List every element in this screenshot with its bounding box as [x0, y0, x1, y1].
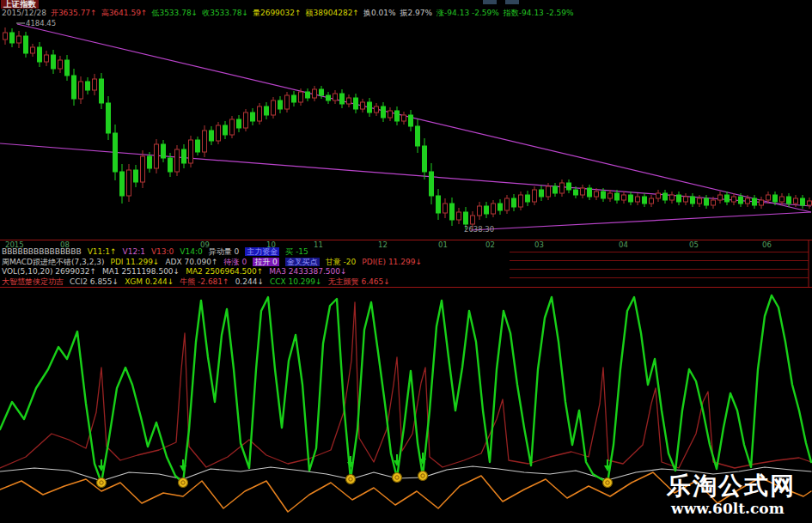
indicator-token: V12:1	[123, 247, 145, 256]
candle-body	[285, 95, 290, 109]
candle-body	[443, 204, 448, 213]
candle-body	[306, 92, 310, 98]
indicator-token: ADX 70.090↑	[165, 258, 217, 266]
candle-body	[519, 195, 523, 207]
candle-body	[567, 183, 571, 190]
candle-body	[746, 198, 750, 204]
candle-body	[327, 95, 331, 100]
candle-body	[464, 212, 468, 224]
candle-body	[608, 193, 613, 198]
candle-body	[437, 196, 441, 213]
quote-field: 振2.97%	[400, 9, 433, 17]
indicator-token: PDI 11.299↓	[111, 258, 160, 266]
indicator-token: 无主颤簧 6.465↓	[328, 277, 390, 286]
indicator-token: VOL(5,10,20) 2699032↑	[2, 267, 96, 276]
candle-body	[58, 60, 63, 69]
watermark-site-name: 乐淘公式网	[667, 473, 796, 499]
candle-body	[347, 98, 351, 104]
indicator-token: 拉升 0	[253, 258, 279, 266]
candle-body	[505, 198, 510, 210]
index-title[interactable]: 上证指数	[1, 0, 39, 9]
candle-body	[354, 98, 358, 109]
candle-body	[203, 131, 207, 152]
candle-body	[162, 144, 166, 158]
candle-body	[299, 92, 303, 102]
candle-body	[753, 198, 757, 205]
indicator-token: BBBBBBBBBBBBBBB	[2, 247, 82, 256]
candle-body	[533, 190, 537, 202]
candle-body	[801, 198, 805, 205]
candle-body	[244, 113, 248, 128]
indicator-token: 异动量 0	[209, 247, 240, 256]
candle-body	[278, 100, 283, 109]
coin-signal-icon	[97, 478, 107, 488]
axis-month-label: 06	[762, 241, 772, 249]
candle-body	[498, 204, 503, 210]
indicator-token: 0.244↓	[235, 277, 264, 286]
quote-info-bar: 2015/12/28开3635.77↑高3641.59↑低3533.78↓收35…	[2, 9, 583, 18]
buy-arrow-stem	[396, 454, 398, 460]
candle-body	[553, 186, 558, 193]
indicator-token: 牛熊 -2.681↑	[180, 277, 229, 286]
axis-month-label: 03	[534, 241, 544, 249]
indicator-row[interactable]: VOL(5,10,20) 2699032↑MA1 2511198.500↓MA2…	[2, 267, 352, 277]
axis-month-label: 01	[438, 241, 448, 249]
buy-arrow-stem	[607, 459, 608, 465]
candle-body	[684, 197, 688, 202]
candle-body	[120, 172, 125, 196]
app-window: 上证指数 2015/12/28开3635.77↑高3641.59↑低3533.7…	[0, 0, 812, 523]
trend-line	[17, 24, 811, 212]
candle-body	[478, 206, 482, 216]
indicator-token: 买 -15	[285, 247, 308, 256]
indicator-token: CCI2 6.855↓	[70, 277, 119, 286]
candle-body	[38, 47, 42, 62]
candle-body	[402, 115, 406, 121]
candle-body	[595, 192, 599, 197]
candle-body	[766, 195, 771, 200]
buy-arrow-stem	[422, 453, 424, 459]
low-price-label: 2638.30	[464, 226, 494, 234]
candle-body	[340, 94, 345, 104]
candle-body	[450, 204, 455, 220]
candle-body	[189, 140, 193, 163]
quote-field: 开3635.77↑	[51, 9, 97, 17]
candle-body	[732, 197, 736, 202]
candle-body	[760, 200, 764, 205]
axis-month-label: 05	[689, 241, 699, 249]
candle-body	[251, 113, 255, 121]
window-edge-artifact	[505, 0, 519, 4]
candle-body	[808, 201, 812, 205]
indicator-token: CCX 10.299↓	[270, 277, 322, 286]
candle-body	[210, 131, 214, 141]
candle-body	[409, 115, 413, 126]
coin-signal-icon	[603, 478, 613, 488]
coin-signal-icon	[393, 473, 402, 483]
indicator-row[interactable]: BBBBBBBBBBBBBBBV11:1↑V12:1V13:0V14:0异动量 …	[2, 247, 314, 257]
candle-body	[148, 156, 152, 168]
candle-body	[629, 195, 633, 202]
indicator-token: MA1 2511198.500↓	[102, 267, 180, 276]
candle-body	[485, 206, 489, 214]
candle-body	[113, 133, 118, 172]
quote-field: 额38904282↑	[306, 9, 359, 17]
candle-body	[718, 195, 723, 200]
quote-field: 量2699032↑	[253, 9, 302, 17]
indicator-row[interactable]: 大智慧楚侠定功吉CCI2 6.855↓XGM 0.244↓牛熊 -2.681↑0…	[2, 277, 396, 287]
candle-body	[643, 197, 647, 204]
candle-body	[526, 195, 530, 202]
indicator-row[interactable]: 周MACD跟进绝不错(7,3,2,3)PDI 11.299↓ADX 70.090…	[2, 258, 428, 267]
candle-body	[93, 79, 97, 90]
candle-body	[663, 193, 668, 200]
indicator-token: 甘意 -20	[326, 258, 357, 266]
candle-body	[787, 197, 791, 204]
candle-body	[739, 197, 743, 204]
oscillator-red-line	[0, 302, 811, 468]
candle-body	[677, 195, 681, 202]
window-edge-artifact	[483, 0, 497, 4]
candle-body	[155, 144, 159, 168]
candle-body	[698, 198, 702, 204]
candle-body	[86, 82, 90, 90]
axis-month-label: 11	[314, 241, 323, 249]
axis-month-label: 04	[619, 241, 628, 249]
candle-body	[794, 198, 798, 204]
